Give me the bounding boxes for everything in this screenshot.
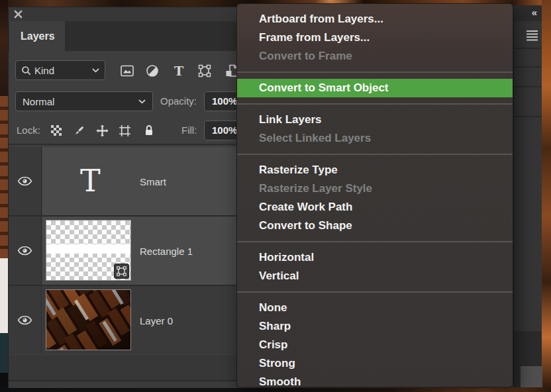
menu-section: None Sharp Crisp Strong Smooth [237, 299, 513, 387]
tab-layers[interactable]: Layers [9, 21, 65, 51]
background-image-left-sliver [0, 0, 8, 392]
filter-kind-dropdown[interactable]: Kind [15, 60, 105, 80]
menu-item-horizontal[interactable]: Horizontal [237, 248, 513, 267]
blend-mode-dropdown[interactable]: Normal [15, 91, 153, 111]
checkerboard-lock-icon[interactable] [50, 124, 63, 137]
menu-item-convert-to-frame: Convert to Frame [237, 47, 513, 66]
shape-layer-badge-icon [114, 264, 129, 279]
background-brick-segment [0, 96, 8, 258]
type-layers-filter-icon[interactable]: T [172, 64, 186, 78]
visibility-toggle[interactable] [9, 286, 42, 354]
opacity-label: Opacity: [160, 91, 197, 111]
menu-item-rasterize-layer-style: Rasterize Layer Style [237, 179, 513, 198]
menu-item-rasterize-type[interactable]: Rasterize Type [237, 161, 513, 179]
close-icon[interactable] [14, 10, 23, 19]
menu-section: Rasterize Type Rasterize Layer Style Cre… [237, 161, 513, 235]
divider [514, 86, 542, 87]
hamburger-menu-icon[interactable] [526, 30, 538, 41]
background-image-right-sliver [542, 0, 551, 392]
menu-section: Convert to Smart Object [237, 79, 513, 97]
shape-layer-thumbnail[interactable] [46, 220, 131, 281]
visibility-toggle[interactable] [9, 147, 42, 215]
menu-separator [237, 241, 513, 242]
type-layer-thumbnail-glyph[interactable]: T [80, 147, 101, 215]
menu-item-smooth[interactable]: Smooth [237, 373, 513, 387]
menu-item-convert-to-shape[interactable]: Convert to Shape [237, 217, 513, 235]
filter-kind-label: Kind [34, 65, 89, 76]
menu-item-strong[interactable]: Strong [237, 354, 513, 373]
background-segment [0, 0, 8, 96]
lock-label: Lock: [17, 121, 40, 140]
menu-section: Artboard from Layers... Frame from Layer… [237, 10, 513, 66]
image-layers-filter-icon[interactable] [120, 64, 134, 78]
menu-separator [237, 72, 513, 73]
right-panel-rail: « [513, 5, 542, 387]
image-layer-thumbnail[interactable] [46, 289, 131, 350]
layer-name: Smart [140, 176, 166, 187]
visibility-toggle[interactable] [9, 217, 42, 285]
menu-separator [237, 103, 513, 105]
background-teal-segment [0, 333, 8, 373]
menu-item-none[interactable]: None [237, 299, 513, 317]
menu-item-link-layers[interactable]: Link Layers [237, 111, 513, 129]
menu-section: Link Layers Select Linked Layers [237, 111, 513, 148]
search-icon [21, 66, 31, 75]
padlock-icon[interactable] [142, 124, 156, 137]
eye-visibility-icon [17, 176, 32, 186]
menu-item-vertical[interactable]: Vertical [237, 267, 513, 285]
menu-item-crisp[interactable]: Crisp [237, 336, 513, 354]
background-white-segment [0, 258, 8, 333]
menu-item-frame-from-layers[interactable]: Frame from Layers... [237, 28, 513, 47]
chevron-down-icon [92, 68, 99, 73]
fill-label: Fill: [181, 121, 197, 140]
menu-separator [237, 291, 513, 293]
menu-item-sharp[interactable]: Sharp [237, 317, 513, 336]
screenshot-stage: Layers Kind T Norma [0, 0, 551, 392]
menu-item-convert-to-smart-object[interactable]: Convert to Smart Object [237, 79, 513, 97]
collapse-panels-icon[interactable]: « [514, 5, 542, 21]
divider [514, 66, 542, 68]
layer-context-menu: Artboard from Layers... Frame from Layer… [236, 3, 513, 387]
menu-separator [237, 154, 513, 155]
brush-lock-icon[interactable] [72, 124, 85, 137]
chevron-down-icon [138, 99, 146, 104]
eye-visibility-icon [17, 246, 32, 256]
layer-name: Rectangle 1 [140, 246, 193, 257]
menu-item-select-linked-layers: Select Linked Layers [237, 129, 513, 148]
divider [514, 116, 542, 117]
adjustment-layers-filter-icon[interactable] [145, 64, 160, 78]
menu-item-artboard-from-layers[interactable]: Artboard from Layers... [237, 10, 513, 28]
rail-bottom-block [521, 366, 542, 387]
artboard-lock-icon[interactable] [118, 124, 131, 137]
background-image-bottom-sliver [0, 387, 551, 392]
blend-mode-value: Normal [23, 96, 138, 107]
white-rectangle-preview [46, 244, 130, 254]
move-lock-icon[interactable] [95, 124, 109, 137]
layer-name: Layer 0 [140, 315, 173, 326]
menu-section: Horizontal Vertical [237, 248, 513, 285]
eye-visibility-icon [17, 315, 32, 325]
type-filter-glyph: T [174, 64, 183, 77]
menu-item-create-work-path[interactable]: Create Work Path [237, 198, 513, 217]
shape-layers-filter-icon[interactable] [197, 64, 212, 78]
divider [514, 48, 542, 49]
